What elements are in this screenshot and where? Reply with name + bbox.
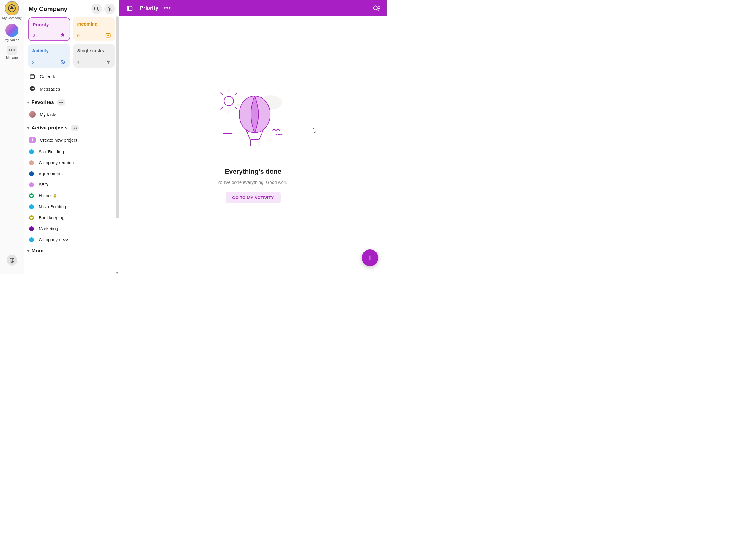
tile-single-name: Single tasks bbox=[77, 48, 111, 54]
svg-marker-31 bbox=[27, 127, 29, 129]
project-color-dot bbox=[29, 193, 34, 198]
project-row[interactable]: Company reunion bbox=[24, 157, 119, 168]
project-color-dot bbox=[29, 171, 34, 176]
section-favorites-header[interactable]: Favorites ••• bbox=[24, 95, 119, 108]
search-filter-icon bbox=[373, 4, 380, 12]
svg-point-29 bbox=[33, 88, 33, 89]
workspace-company[interactable]: My Company bbox=[2, 2, 22, 20]
svg-line-11 bbox=[108, 7, 109, 8]
tile-activity-name: Activity bbox=[32, 48, 66, 54]
project-row[interactable]: Nova Building bbox=[24, 201, 119, 212]
sidebar-item-messages[interactable]: Messages bbox=[24, 83, 119, 95]
project-row[interactable]: Agreements bbox=[24, 168, 119, 179]
section-projects-more[interactable]: ••• bbox=[71, 125, 79, 131]
messages-icon bbox=[29, 86, 36, 92]
sidebar-item-label: Calendar bbox=[40, 74, 58, 79]
tile-priority-name: Priority bbox=[33, 22, 66, 27]
company-logo-icon bbox=[8, 4, 16, 12]
section-favorites-more[interactable]: ••• bbox=[57, 99, 66, 106]
tile-single-tasks[interactable]: Single tasks 4 bbox=[73, 44, 115, 68]
gear-icon bbox=[107, 6, 112, 12]
section-favorites-title: Favorites bbox=[31, 100, 54, 105]
svg-line-47 bbox=[220, 93, 223, 95]
star-icon bbox=[60, 32, 66, 37]
svg-point-18 bbox=[107, 61, 108, 62]
tile-incoming[interactable]: Incoming 0 bbox=[73, 17, 115, 41]
empty-state: Everything's done You've done everything… bbox=[119, 16, 387, 274]
project-color-dot bbox=[29, 149, 34, 154]
scrollbar-down-arrow-icon[interactable] bbox=[115, 271, 119, 274]
project-name: Bookkeeping bbox=[39, 215, 65, 220]
svg-marker-30 bbox=[27, 102, 29, 103]
globe-button[interactable] bbox=[7, 255, 17, 266]
caret-down-icon bbox=[26, 249, 30, 253]
create-project-row[interactable]: + Create new project bbox=[24, 134, 119, 146]
svg-marker-33 bbox=[116, 272, 118, 273]
project-name: Marketing bbox=[39, 226, 58, 231]
svg-line-14 bbox=[111, 7, 111, 8]
svg-marker-32 bbox=[27, 250, 29, 252]
settings-button[interactable] bbox=[104, 4, 115, 14]
project-color-dot bbox=[29, 183, 34, 187]
add-task-fab[interactable]: + bbox=[362, 250, 378, 266]
svg-point-28 bbox=[32, 88, 33, 89]
plus-icon: + bbox=[367, 252, 373, 264]
topbar: Priority ••• bbox=[119, 0, 387, 16]
project-row[interactable]: Marketing bbox=[24, 223, 119, 234]
section-more-header[interactable]: More bbox=[24, 245, 119, 256]
section-projects-header[interactable]: Active projects ••• bbox=[24, 121, 119, 134]
sidebar-item-label: Messages bbox=[40, 86, 60, 92]
svg-line-12 bbox=[111, 10, 111, 11]
project-name: Agreements bbox=[39, 171, 63, 176]
ellipsis-icon: ••• bbox=[7, 46, 17, 55]
workspace-nozbe[interactable]: My Nozbe bbox=[4, 24, 19, 42]
project-name: Company news bbox=[39, 237, 69, 242]
project-list: Star BuildingCompany reunionAgreementsSE… bbox=[24, 146, 119, 245]
topbar-more-button[interactable]: ••• bbox=[164, 5, 171, 11]
topbar-filter-button[interactable] bbox=[372, 4, 381, 13]
search-button[interactable] bbox=[91, 4, 102, 14]
panel-toggle-button[interactable] bbox=[125, 4, 134, 13]
scrollbar-thumb[interactable] bbox=[116, 16, 119, 218]
project-color-dot bbox=[29, 204, 34, 209]
project-row[interactable]: Bookkeeping bbox=[24, 212, 119, 223]
tile-grid: Priority 0 Incoming 0 Activity 2 bbox=[24, 17, 119, 70]
empty-illustration bbox=[214, 88, 292, 153]
globe-icon bbox=[9, 257, 15, 263]
svg-point-19 bbox=[109, 61, 110, 62]
tile-activity[interactable]: Activity 2 bbox=[28, 44, 70, 68]
svg-marker-15 bbox=[60, 33, 65, 37]
svg-rect-21 bbox=[30, 74, 35, 78]
svg-line-13 bbox=[108, 10, 109, 11]
panel-toggle-icon bbox=[126, 5, 133, 12]
workspace-company-avatar bbox=[5, 2, 19, 15]
main-panel: Priority ••• bbox=[119, 0, 387, 274]
sidebar-title: My Company bbox=[28, 5, 89, 13]
sidebar-scrollbar[interactable] bbox=[115, 16, 119, 274]
empty-subtitle: You've done everything. Good work! bbox=[217, 180, 289, 185]
workspace-manage[interactable]: ••• Manage bbox=[6, 46, 18, 60]
tile-priority-count: 0 bbox=[33, 32, 35, 37]
svg-line-5 bbox=[97, 10, 99, 11]
go-to-activity-button[interactable]: GO TO MY ACTIVITY bbox=[226, 192, 280, 203]
project-name: Nova Building bbox=[39, 204, 66, 209]
project-row[interactable]: Company news bbox=[24, 234, 119, 245]
tile-priority[interactable]: Priority 0 bbox=[28, 17, 70, 41]
sidebar-item-calendar[interactable]: Calendar bbox=[24, 70, 119, 83]
project-name: SEO bbox=[39, 182, 48, 187]
favorite-my-tasks[interactable]: My tasks bbox=[24, 108, 119, 121]
project-row[interactable]: SEO bbox=[24, 179, 119, 190]
empty-title: Everything's done bbox=[225, 168, 282, 176]
inbox-download-icon bbox=[106, 33, 111, 38]
project-color-dot bbox=[29, 237, 34, 242]
section-more-title: More bbox=[31, 248, 44, 254]
dots-cluster-icon bbox=[106, 60, 111, 65]
sidebar: My Company Priority 0 Incoming 0 bbox=[24, 0, 119, 274]
svg-rect-54 bbox=[250, 140, 259, 146]
project-row[interactable]: Star Building bbox=[24, 146, 119, 157]
favorite-item-label: My tasks bbox=[40, 112, 57, 117]
calendar-icon bbox=[29, 73, 36, 80]
project-row[interactable]: Home🔒 bbox=[24, 190, 119, 201]
workspace-company-label: My Company bbox=[2, 16, 22, 20]
svg-line-49 bbox=[220, 107, 223, 109]
